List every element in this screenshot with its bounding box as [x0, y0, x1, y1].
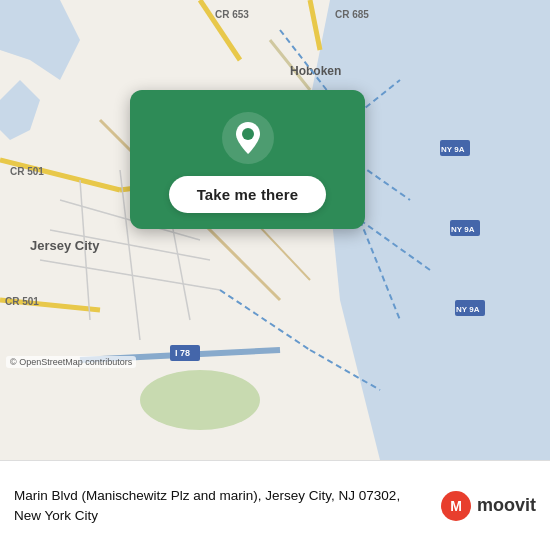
svg-text:CR 501: CR 501: [10, 166, 44, 177]
svg-text:NY 9A: NY 9A: [451, 225, 475, 234]
map-container: CR 653 CR 685 CR 501 CR 501 I 78 NY 9A N…: [0, 0, 550, 460]
location-card: Take me there: [130, 90, 365, 229]
location-pin-icon: [222, 112, 274, 164]
take-me-there-button[interactable]: Take me there: [169, 176, 327, 213]
address-text: Marin Blvd (Manischewitz Plz and marin),…: [14, 488, 400, 523]
moovit-brand-name: moovit: [477, 495, 536, 516]
moovit-icon: M: [440, 490, 472, 522]
svg-text:CR 685: CR 685: [335, 9, 369, 20]
moovit-logo: M moovit: [440, 490, 536, 522]
svg-text:Jersey City: Jersey City: [30, 238, 100, 253]
address-container: Marin Blvd (Manischewitz Plz and marin),…: [14, 486, 430, 526]
info-bar: Marin Blvd (Manischewitz Plz and marin),…: [0, 460, 550, 550]
svg-text:M: M: [450, 498, 462, 514]
svg-text:CR 653: CR 653: [215, 9, 249, 20]
svg-text:I 78: I 78: [175, 348, 190, 358]
copyright-text: © OpenStreetMap contributors: [6, 356, 136, 368]
svg-text:NY 9A: NY 9A: [441, 145, 465, 154]
svg-point-23: [140, 370, 260, 430]
svg-point-43: [242, 128, 254, 140]
svg-text:CR 501: CR 501: [5, 296, 39, 307]
svg-text:Hoboken: Hoboken: [290, 64, 341, 78]
svg-text:NY 9A: NY 9A: [456, 305, 480, 314]
